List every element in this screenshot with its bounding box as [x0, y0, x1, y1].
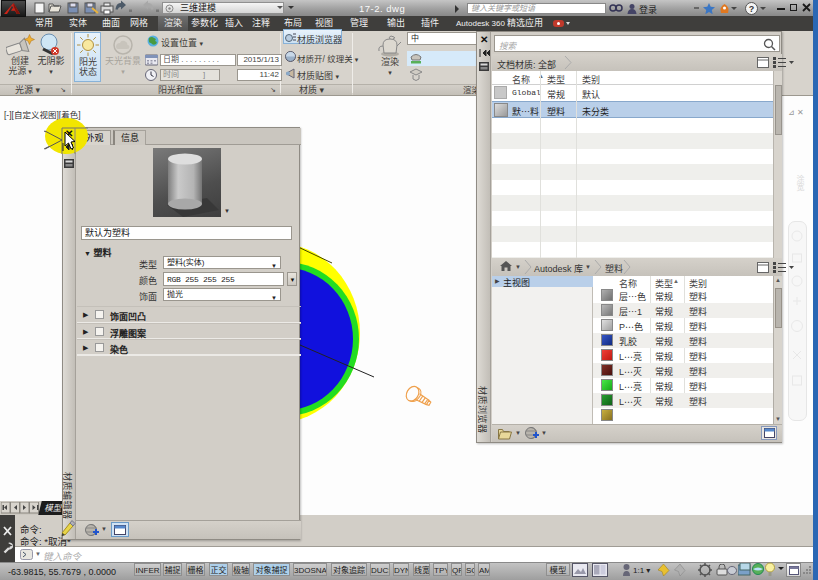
svg-text:?: ?: [749, 4, 755, 14]
